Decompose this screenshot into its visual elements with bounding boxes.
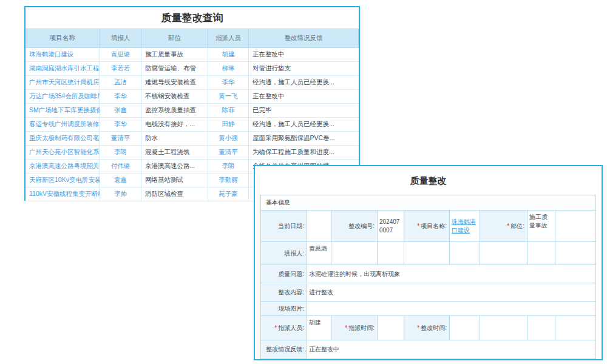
- part-label: *部位:: [480, 211, 527, 241]
- reporter-link[interactable]: 李朗: [114, 148, 127, 157]
- form-row-site-photo: 现场图片:: [261, 302, 595, 316]
- site-photo-label: 现场图片:: [261, 302, 307, 315]
- empty-cell: [480, 242, 527, 265]
- current-date-label: 当前日期:: [261, 211, 307, 241]
- project-name-link[interactable]: 110kV安徽线程集变开断线: [29, 190, 100, 198]
- assignee-link[interactable]: 柳琳: [222, 64, 235, 73]
- reporter-link[interactable]: 袁鑫: [114, 176, 127, 184]
- empty-cell: [480, 316, 527, 340]
- table-row: 珠海鹤港口建设 黄思璐 施工质量事故 胡建 正在整改中: [25, 48, 359, 62]
- reporter-link[interactable]: 张鑫: [114, 106, 127, 115]
- empty-cell: [527, 316, 555, 340]
- required-marker: *: [345, 324, 347, 332]
- assignee-link[interactable]: 胡建: [222, 50, 235, 59]
- form-project-name-link[interactable]: 珠海鹤港口建设: [452, 218, 478, 234]
- feedback-cell: 正在整改中: [249, 48, 359, 61]
- part-cell: 电线没有接好，...: [141, 118, 208, 131]
- required-marker: *: [417, 324, 419, 332]
- part-cell: 不锈钢安装检查: [141, 90, 208, 103]
- assignee-label: *指派人员:: [261, 316, 307, 340]
- query-table-header: 项目名称 填报人 部位 指派人员 整改情况反馈: [25, 29, 359, 48]
- reporter-link[interactable]: 董清平: [111, 134, 131, 143]
- feedback-cell: 经沟通，施工人员已经更换...: [249, 118, 359, 131]
- row-filler: [555, 316, 595, 340]
- query-panel-title: 质量整改查询: [25, 7, 359, 29]
- row-filler: [555, 242, 595, 265]
- feedback-cell: 屋面采用聚氨酯保温PVC卷...: [249, 132, 359, 145]
- project-name-link[interactable]: 客运专线广州调度所装修项目: [29, 120, 100, 129]
- feedback-cell: 对管进行垫支: [249, 62, 359, 75]
- assignee-link[interactable]: 李勤丽: [219, 176, 238, 184]
- assignee-link[interactable]: 陈菲: [222, 106, 235, 115]
- assign-time-label: *指派时间:: [331, 316, 378, 340]
- part-value: 施工质量事故: [527, 211, 555, 241]
- column-header-assignee: 指派人员: [208, 29, 249, 47]
- project-name-link[interactable]: 万达广场35#会所及咖啡厅: [29, 92, 100, 101]
- project-name-link[interactable]: 广州天心苑小区智能化系统: [29, 148, 100, 157]
- assignee-link[interactable]: 董清平: [219, 148, 238, 157]
- reporter-link[interactable]: 付伟璐: [111, 162, 131, 170]
- column-header-project: 项目名称: [25, 29, 100, 47]
- reporter-link[interactable]: 孟洁: [114, 78, 127, 87]
- assignee-link[interactable]: 李朗: [222, 162, 235, 170]
- empty-cell: [378, 242, 404, 265]
- rect-no-label: 整改编号:: [331, 211, 378, 241]
- feedback-value[interactable]: 正在整改中: [307, 340, 595, 359]
- row-filler: [555, 211, 595, 241]
- column-header-reporter: 填报人: [100, 29, 141, 47]
- project-name-link[interactable]: 珠海鹤港口建设: [29, 50, 74, 59]
- required-marker: *: [417, 222, 419, 231]
- quality-issue-label: 质量问题:: [261, 265, 307, 283]
- reporter-link[interactable]: 黄思璐: [111, 50, 131, 59]
- project-name-link[interactable]: 天府新区10Kv变电所安装工程: [29, 176, 100, 184]
- project-name-link[interactable]: 湖南洞庭湖水库引水工程施: [29, 64, 100, 73]
- table-row: 万达广场35#会所及咖啡厅 李华 不锈钢安装检查 黄一飞 正在整改中: [25, 90, 359, 104]
- table-row: 重庆太极制药有限公司亳州 董清平 防水 黄小强 屋面采用聚氨酯保温PVC卷...: [25, 132, 359, 146]
- assignee-link[interactable]: 田静: [222, 120, 235, 129]
- table-row: 广州市天河区统计局机房改 孟洁 难燃导线安装检查 李华 经沟通，施工人员已经更换…: [25, 76, 359, 90]
- form-row-reporter: 填报人: 黄思璐: [261, 242, 595, 265]
- assignee-link[interactable]: 李华: [222, 78, 235, 87]
- site-photo-value[interactable]: [307, 302, 595, 315]
- column-header-feedback: 整改情况反馈: [249, 29, 359, 47]
- reporter-value[interactable]: 黄思璐: [307, 242, 331, 265]
- column-header-part: 部位: [141, 29, 208, 47]
- assignee-link[interactable]: 苑子豪: [219, 190, 238, 198]
- assignee-link[interactable]: 黄一飞: [219, 92, 238, 101]
- project-name-link[interactable]: 重庆太极制药有限公司亳州: [29, 134, 100, 143]
- reporter-link[interactable]: 李华: [114, 92, 127, 101]
- form-row-feedback: 整改情况反馈: 正在整改中: [261, 340, 595, 359]
- rect-time-value[interactable]: [450, 316, 480, 340]
- form-table: 当前日期: 整改编号: 2024070007 *项目名称: 珠海鹤港口建设 *部…: [260, 211, 596, 359]
- reporter-link[interactable]: 李帅: [114, 190, 127, 198]
- part-cell: 京港澳高速公路...: [141, 160, 208, 173]
- quality-issue-value[interactable]: 水泥砼灌注的时候，出现离析现象: [307, 265, 595, 283]
- assignee-link[interactable]: 黄小强: [219, 134, 238, 143]
- rect-content-value[interactable]: 进行整改: [307, 283, 595, 301]
- part-cell: 施工质量事故: [141, 48, 208, 61]
- project-name-link[interactable]: 广州市天河区统计局机房改: [29, 78, 100, 87]
- assignee-value[interactable]: 胡建: [307, 316, 331, 340]
- empty-cell: [450, 242, 480, 265]
- rect-content-label: 整改内容:: [261, 283, 307, 301]
- required-marker: *: [507, 222, 509, 231]
- feedback-cell: 正在整改中: [249, 90, 359, 103]
- reporter-link[interactable]: 李华: [114, 120, 127, 129]
- project-name-label: *项目名称:: [404, 211, 450, 241]
- table-row: 湖南洞庭湖水库引水工程施 李若若 防腐管运输、布管 柳琳 对管进行垫支: [25, 62, 359, 76]
- empty-cell: [331, 242, 378, 265]
- form-row-rect-content: 整改内容: 进行整改: [261, 283, 595, 302]
- part-cell: 监控系统质量抽查: [141, 104, 208, 117]
- required-marker: *: [274, 324, 277, 332]
- current-date-value[interactable]: [307, 211, 331, 241]
- reporter-label: 填报人:: [261, 242, 307, 265]
- form-row-date-no-project-part: 当前日期: 整改编号: 2024070007 *项目名称: 珠海鹤港口建设 *部…: [261, 211, 595, 242]
- project-name-link[interactable]: SM广场地下车库更换摄像头: [29, 106, 100, 115]
- project-name-link[interactable]: 京港澳高速公路粤境韶关至: [29, 162, 100, 170]
- assign-time-value[interactable]: [378, 316, 404, 340]
- rect-no-value: 2024070007: [378, 211, 404, 241]
- quality-rectification-form-panel: 质量整改 基本信息 当前日期: 整改编号: 2024070007 *项目名称: …: [254, 165, 603, 360]
- reporter-link[interactable]: 李若若: [111, 64, 131, 73]
- empty-cell: [404, 242, 450, 265]
- form-title: 质量整改: [260, 170, 596, 195]
